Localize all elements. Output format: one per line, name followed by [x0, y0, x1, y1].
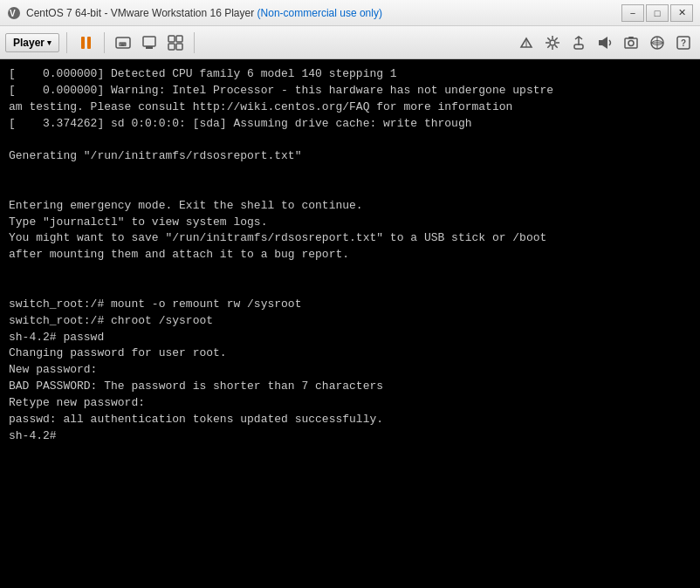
unity-button[interactable] [164, 31, 187, 54]
toolbar-separator-2 [104, 32, 105, 53]
toolbar: Player ▾ ⌨ [0, 26, 700, 59]
toolbar-separator-3 [194, 32, 195, 53]
svg-rect-13 [599, 40, 602, 45]
player-label: Player [13, 37, 45, 49]
pause-bar-right [87, 37, 91, 49]
svg-rect-12 [574, 44, 583, 49]
svg-text:V: V [10, 9, 16, 18]
svg-text:⌨: ⌨ [119, 42, 127, 47]
window-controls: − □ ✕ [621, 4, 693, 22]
usb-connect-button[interactable] [567, 31, 590, 54]
svg-rect-16 [628, 37, 634, 38]
vm-display[interactable]: [ 0.000000] Detected CPU family 6 model … [0, 59, 700, 588]
svg-rect-14 [625, 38, 637, 48]
terminal-output: [ 0.000000] Detected CPU family 6 model … [9, 66, 691, 444]
close-button[interactable]: ✕ [670, 4, 693, 22]
pause-button[interactable] [74, 31, 97, 54]
player-chevron-icon: ▾ [47, 38, 51, 47]
vm-settings-button[interactable] [541, 31, 564, 54]
network-button[interactable] [646, 31, 669, 54]
svg-point-11 [550, 40, 555, 45]
send-file-button[interactable] [515, 31, 538, 54]
snapshot-button[interactable] [620, 31, 642, 54]
svg-rect-6 [168, 36, 175, 42]
titlebar: V CentOS 7 64-bit - VMware Workstation 1… [0, 0, 700, 26]
svg-rect-8 [168, 44, 175, 50]
app-icon: V [7, 6, 21, 20]
svg-text:?: ? [681, 38, 686, 48]
help-button[interactable]: ? [672, 31, 695, 54]
minimize-button[interactable]: − [621, 4, 644, 22]
svg-rect-4 [143, 37, 155, 46]
svg-rect-9 [176, 44, 182, 50]
player-menu-button[interactable]: Player ▾ [5, 33, 59, 52]
window-title: CentOS 7 64-bit - VMware Workstation 16 … [26, 7, 621, 19]
send-ctrl-alt-del-button[interactable]: ⌨ [112, 31, 134, 54]
pause-bar-left [81, 37, 85, 49]
svg-rect-5 [146, 46, 153, 49]
svg-point-15 [628, 40, 634, 45]
svg-rect-7 [176, 36, 182, 42]
fullscreen-button[interactable] [138, 31, 161, 54]
maximize-button[interactable]: □ [646, 4, 669, 22]
audio-button[interactable] [594, 31, 616, 54]
toolbar-right-icons: ? [515, 31, 695, 54]
toolbar-separator-1 [66, 32, 67, 53]
